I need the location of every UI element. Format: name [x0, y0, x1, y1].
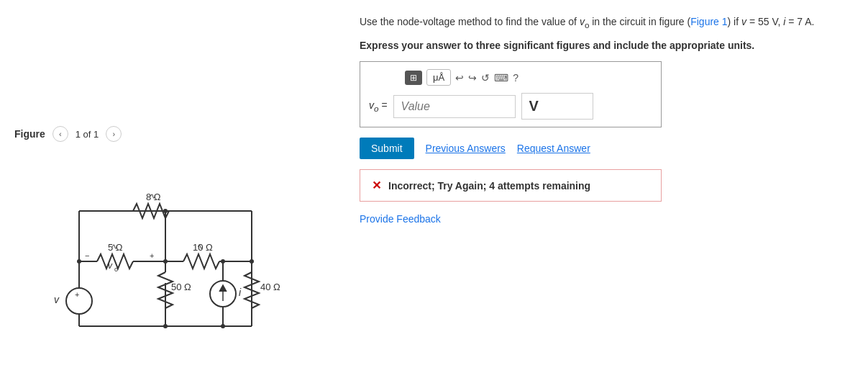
error-message: Incorrect; Try Again; 4 attempts remaini… — [388, 180, 590, 192]
svg-text:+: + — [75, 290, 79, 299]
page-indicator: 1 of 1 — [76, 129, 99, 140]
svg-point-40 — [163, 259, 168, 264]
matrix-icon: ⊞ — [410, 73, 417, 83]
svg-text:+: + — [150, 251, 154, 260]
svg-point-43 — [221, 324, 225, 328]
figure-link[interactable]: Figure 1 — [690, 16, 727, 27]
right-panel: Use the node-voltage method to find the … — [338, 0, 868, 373]
keyboard-icon[interactable]: ⌨ — [494, 72, 508, 84]
svg-text:∿: ∿ — [150, 192, 156, 200]
answer-toolbar: ⊞ μÅ ↩ ↪ ↺ ⌨ ? — [369, 69, 652, 86]
problem-description: Use the node-voltage method to find the … — [360, 14, 846, 31]
matrix-button[interactable]: ⊞ — [405, 71, 422, 85]
bold-instruction: Express your answer to three significant… — [360, 40, 846, 51]
mu-label: μÅ — [433, 72, 444, 83]
error-icon: ✕ — [372, 179, 381, 192]
figure-label: Figure — [14, 128, 45, 140]
circuit-diagram: 8 Ω ∿ 5 Ω ∿ 10 Ω ∿ — [14, 156, 331, 366]
svg-text:v: v — [108, 261, 113, 271]
var-label: vo = — [369, 99, 388, 113]
svg-point-39 — [163, 209, 168, 213]
left-panel: Figure ‹ 1 of 1 › 8 Ω ∿ — [0, 0, 338, 373]
figure-header: Figure ‹ 1 of 1 › — [14, 126, 331, 142]
help-icon[interactable]: ? — [513, 72, 518, 84]
undo-icon[interactable]: ↩ — [455, 72, 464, 84]
svg-text:o: o — [114, 266, 118, 273]
refresh-icon[interactable]: ↺ — [481, 72, 490, 84]
svg-text:40 Ω: 40 Ω — [260, 282, 280, 292]
request-answer-link[interactable]: Request Answer — [517, 143, 590, 154]
svg-point-41 — [250, 259, 254, 264]
unit-input[interactable] — [521, 93, 593, 120]
answer-box: ⊞ μÅ ↩ ↪ ↺ ⌨ ? vo = — [360, 61, 662, 127]
svg-text:∿: ∿ — [111, 242, 118, 251]
svg-text:∿: ∿ — [197, 242, 204, 251]
submit-button[interactable]: Submit — [360, 138, 414, 159]
submit-row: Submit Previous Answers Request Answer — [360, 138, 846, 159]
svg-text:i: i — [239, 287, 242, 298]
svg-text:−: − — [85, 251, 89, 260]
svg-point-38 — [77, 259, 81, 264]
svg-text:50 Ω: 50 Ω — [171, 282, 191, 292]
svg-text:v: v — [54, 294, 60, 305]
answer-input-row: vo = — [369, 93, 652, 120]
value-input[interactable] — [393, 95, 516, 118]
mu-button[interactable]: μÅ — [426, 69, 451, 86]
feedback-link[interactable]: Provide Feedback — [360, 213, 846, 225]
error-box: ✕ Incorrect; Try Again; 4 attempts remai… — [360, 169, 662, 202]
svg-point-42 — [221, 259, 225, 264]
next-nav-button[interactable]: › — [106, 126, 122, 142]
previous-answers-link[interactable]: Previous Answers — [426, 143, 506, 154]
prev-nav-button[interactable]: ‹ — [52, 126, 68, 142]
redo-icon[interactable]: ↪ — [468, 72, 477, 84]
svg-point-44 — [163, 324, 168, 328]
circuit-svg: 8 Ω ∿ 5 Ω ∿ 10 Ω ∿ — [36, 168, 309, 355]
